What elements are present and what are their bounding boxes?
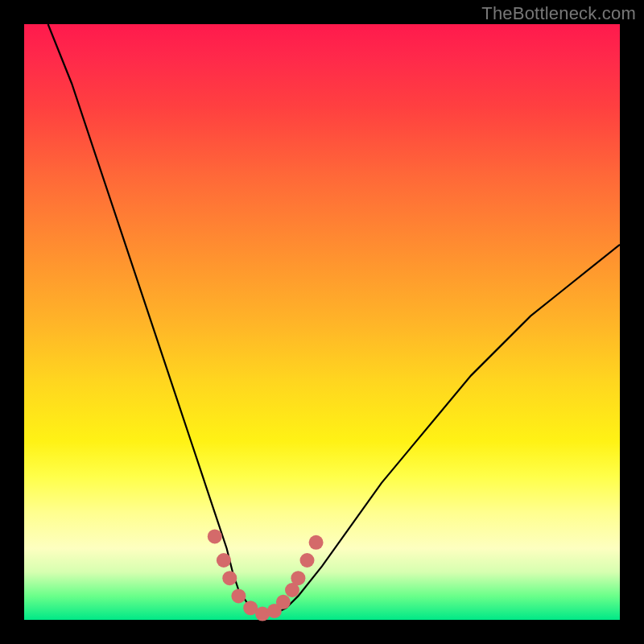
chart-frame: TheBottleneck.com <box>0 0 644 644</box>
highlight-dot <box>231 588 246 603</box>
highlight-dot <box>208 529 222 543</box>
highlight-dot <box>300 553 315 568</box>
highlight-dot <box>309 535 324 550</box>
plot-area <box>24 24 620 620</box>
curve-layer <box>48 24 620 614</box>
highlight-dot <box>276 595 291 609</box>
chart-svg <box>24 24 620 620</box>
highlight-dot <box>217 553 231 568</box>
highlight-dot <box>291 571 305 585</box>
highlight-dot <box>222 571 237 585</box>
bottleneck-curve <box>48 24 620 614</box>
watermark-text: TheBottleneck.com <box>481 3 636 24</box>
